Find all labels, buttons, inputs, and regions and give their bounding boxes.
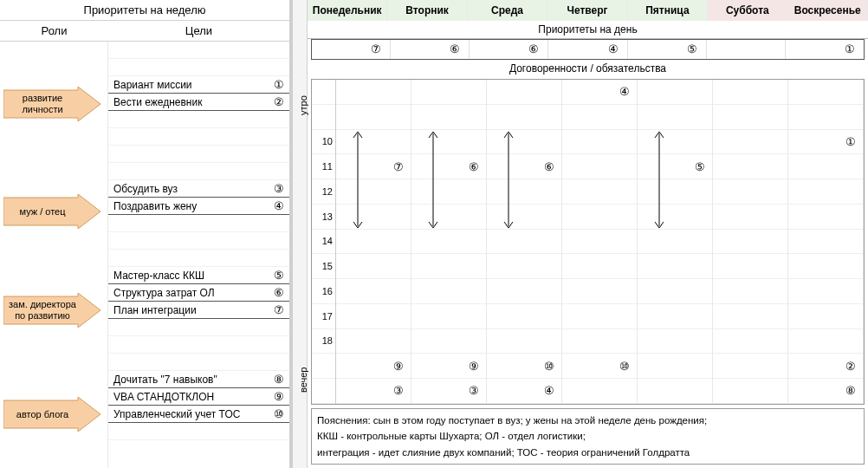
time-label — [312, 379, 335, 404]
grid-cell: ⑩ — [487, 354, 561, 379]
grid-cell — [638, 279, 712, 304]
time-label: 16 — [312, 279, 335, 304]
grid-cell — [638, 205, 712, 230]
grid-cell — [713, 304, 787, 329]
grid-cell — [638, 329, 712, 354]
goal-number: ② — [269, 95, 289, 108]
time-label: 12 — [312, 179, 335, 205]
goal-number: ⑧ — [269, 373, 289, 386]
grid-cell — [638, 105, 712, 130]
grid-cell — [336, 254, 411, 279]
grid-cell — [336, 80, 411, 105]
goal-number: ⑨ — [269, 390, 289, 403]
grid-cell — [336, 179, 411, 205]
goal-row: Дочитать "7 навыков"⑧ — [108, 371, 289, 388]
grid-column: ⑤ — [638, 80, 713, 404]
schedule-marker: ④ — [619, 85, 630, 98]
schedule-grid: утро вечер 101112131415161718 ⑦⑨③⑥⑨③⑥⑩④④… — [311, 79, 865, 405]
goal-text: VBA СТАНДОТКЛОН — [108, 391, 269, 403]
grid-column: ⑦⑨③ — [336, 80, 411, 404]
time-label: 14 — [312, 230, 335, 255]
grid-cell — [562, 179, 637, 205]
goal-text: План интеграции — [108, 304, 269, 316]
goal-row — [108, 111, 289, 128]
grid-cell: ③ — [336, 379, 411, 404]
grid-cell — [788, 304, 863, 329]
role-arrow: развитие личности — [3, 87, 100, 121]
goal-number: ③ — [269, 182, 289, 195]
priority-cell: ⑦ — [312, 40, 391, 59]
grid-cell — [487, 130, 561, 155]
days-header-row: ПонедельникВторникСредаЧетвергПятницаСуб… — [308, 0, 868, 21]
grid-cell — [638, 130, 712, 155]
grid-cell: ④ — [562, 80, 637, 105]
grid-cell — [788, 179, 863, 205]
grid-cell — [788, 80, 863, 105]
explain-line: Пояснения: сын в этом году поступает в в… — [317, 413, 858, 428]
grid-cell — [638, 379, 712, 404]
grid-cell: ⑧ — [788, 379, 863, 404]
grid-cell — [336, 230, 411, 255]
goal-row: План интеграции⑦ — [108, 302, 289, 319]
grid-cell: ⑥ — [411, 154, 486, 179]
grid-cell — [788, 279, 863, 304]
grid-column: ⑥⑩④ — [487, 80, 562, 404]
day-priorities-title: Приоритеты на день — [308, 21, 868, 39]
role-label: зам. директора по развитию — [9, 293, 76, 328]
grid-cell — [336, 205, 411, 230]
schedule-marker: ⑥ — [544, 160, 554, 173]
goal-row: Вариант миссии① — [108, 76, 289, 94]
schedule-marker: ⑩ — [544, 360, 554, 373]
grid-cell — [562, 329, 637, 354]
grid-cell — [638, 304, 712, 329]
day-header: Понедельник — [308, 0, 387, 21]
left-panel: Приоритеты на неделю Роли Цели развитие … — [0, 0, 290, 468]
explain-line: ККШ - контрольные карты Шухарта; ОЛ - от… — [317, 428, 858, 444]
goal-row — [108, 423, 289, 440]
priority-cell: ④ — [548, 40, 627, 59]
right-panel: ПонедельникВторникСредаЧетвергПятницаСуб… — [308, 0, 868, 468]
schedule-marker: ⑨ — [469, 360, 479, 373]
schedule-marker: ⑨ — [393, 360, 404, 373]
commitments-title: Договоренности / обязательства — [308, 60, 868, 77]
time-label: 17 — [312, 304, 335, 329]
goal-text: Дочитать "7 навыков" — [108, 374, 269, 386]
grid-cell: ⑩ — [562, 354, 637, 379]
time-label: 15 — [312, 254, 335, 279]
grid-cell — [487, 329, 561, 354]
priority-cell: ⑥ — [391, 40, 470, 59]
day-header: Пятница — [628, 0, 708, 21]
goal-row: Управленческий учет ТОС⑩ — [108, 406, 289, 423]
grid-cell — [562, 304, 637, 329]
grid-cell — [713, 329, 787, 354]
day-header: Вторник — [387, 0, 467, 21]
roles-column: развитие личностимуж / отецзам. директор… — [0, 42, 108, 468]
day-priorities-row: ⑦⑥⑥④⑤① — [311, 39, 865, 60]
grid-cell — [411, 254, 486, 279]
grid-cell — [487, 80, 561, 105]
grid-cell — [713, 205, 787, 230]
role-arrow: муж / отец — [3, 194, 100, 229]
grid-cell — [562, 379, 637, 404]
grid-cell — [788, 205, 863, 230]
role-arrow: автор блога — [3, 397, 100, 432]
grid-cell — [411, 205, 486, 230]
grid-cell — [562, 205, 637, 230]
morning-label: утро — [298, 88, 308, 123]
goal-text: Мастер-класс ККШ — [108, 270, 269, 282]
goal-row — [108, 319, 289, 336]
schedule-marker: ⑧ — [845, 384, 856, 397]
grid-cell — [562, 130, 637, 155]
grid-cell — [562, 279, 637, 304]
grid-cell — [788, 154, 863, 179]
time-label — [312, 80, 335, 105]
grid-cell: ⑨ — [336, 354, 411, 379]
goal-text: Управленческий учет ТОС — [108, 408, 269, 420]
goal-row: Вести ежедневник② — [108, 94, 289, 111]
grid-cell: ① — [788, 130, 863, 155]
goal-row — [108, 250, 289, 267]
grid-cell: ④ — [487, 379, 561, 404]
grid-cell — [411, 279, 486, 304]
goal-text: Вариант миссии — [108, 79, 269, 91]
role-label: муж / отец — [9, 194, 76, 229]
